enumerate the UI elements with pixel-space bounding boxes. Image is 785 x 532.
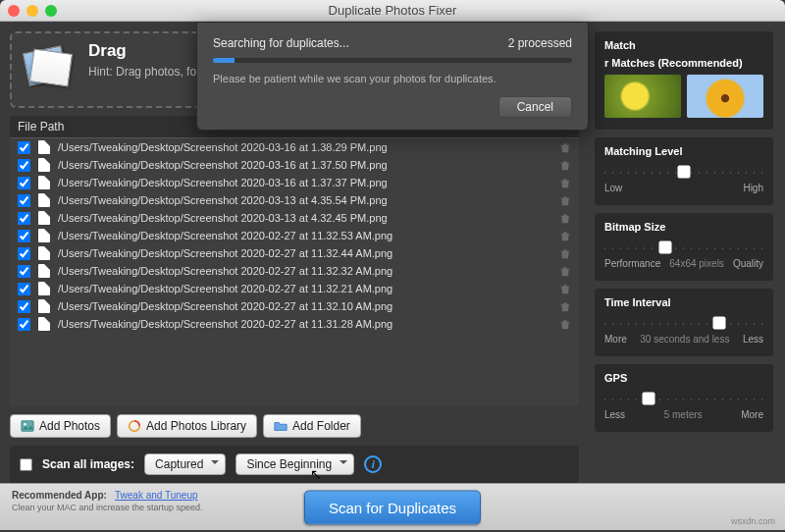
svg-rect-0 — [22, 421, 33, 432]
file-row[interactable]: /Users/Tweaking/Desktop/Screenshot 2020-… — [10, 156, 579, 174]
file-row[interactable]: /Users/Tweaking/Desktop/Screenshot 2020-… — [10, 138, 579, 156]
scan-filter-row: Scan all images: Captured Since Beginnin… — [10, 446, 579, 483]
file-row[interactable]: /Users/Tweaking/Desktop/Screenshot 2020-… — [10, 174, 579, 191]
trash-icon[interactable] — [559, 282, 571, 295]
time-slider[interactable] — [604, 316, 763, 330]
file-row[interactable]: /Users/Tweaking/Desktop/Screenshot 2020-… — [10, 315, 579, 333]
bm-mid: 64x64 pixels — [669, 258, 724, 269]
bitmap-section: Bitmap Size Performance64x64 pixelsQuali… — [595, 213, 773, 281]
file-checkbox[interactable] — [18, 212, 30, 225]
scan-all-label: Scan all images: — [42, 457, 134, 471]
bitmap-title: Bitmap Size — [604, 221, 763, 233]
matching-level-title: Matching Level — [604, 145, 763, 157]
file-icon — [38, 317, 50, 331]
file-icon — [38, 140, 50, 154]
gps-more: More — [741, 409, 763, 420]
ml-low: Low — [604, 183, 622, 193]
since-select[interactable]: Since Beginning — [236, 453, 354, 475]
gps-less: Less — [604, 409, 625, 420]
progress-message: Please be patient while we scan your pho… — [213, 73, 572, 84]
trash-icon[interactable] — [559, 158, 571, 172]
file-checkbox[interactable] — [18, 265, 30, 278]
file-icon — [38, 246, 50, 260]
info-icon[interactable]: i — [364, 455, 382, 473]
window-titlebar: Duplicate Photos Fixer — [0, 0, 785, 22]
gps-title: GPS — [604, 372, 763, 384]
file-list-body[interactable]: /Users/Tweaking/Desktop/Screenshot 2020-… — [10, 138, 579, 406]
file-icon — [38, 229, 50, 242]
bitmap-slider[interactable] — [604, 240, 763, 254]
add-library-button[interactable]: Add Photos Library — [117, 414, 257, 438]
photo-stack-icon — [24, 41, 75, 92]
captured-select[interactable]: Captured — [144, 453, 226, 475]
watermark: wsxdn.com — [731, 516, 775, 526]
cancel-button[interactable]: Cancel — [498, 96, 572, 118]
file-row[interactable]: /Users/Tweaking/Desktop/Screenshot 2020-… — [10, 262, 579, 280]
file-checkbox[interactable] — [18, 230, 30, 242]
file-checkbox[interactable] — [18, 177, 30, 189]
scan-all-checkbox[interactable] — [20, 458, 32, 471]
sample-thumb-1 — [604, 75, 681, 118]
file-row[interactable]: /Users/Tweaking/Desktop/Screenshot 2020-… — [10, 297, 579, 315]
ml-high: High — [743, 183, 763, 193]
sample-thumb-2 — [687, 75, 763, 118]
file-icon — [38, 264, 50, 278]
add-photos-button[interactable]: Add Photos — [10, 414, 111, 438]
file-icon — [38, 299, 50, 313]
file-checkbox[interactable] — [18, 318, 30, 331]
gps-section: GPS Less5 metersMore — [595, 364, 773, 432]
scan-duplicates-button[interactable]: Scan for Duplicates — [304, 490, 481, 524]
file-icon — [38, 193, 50, 207]
trash-icon[interactable] — [559, 299, 571, 313]
file-checkbox[interactable] — [18, 159, 30, 172]
file-path: /Users/Tweaking/Desktop/Screenshot 2020-… — [58, 177, 551, 188]
matching-level-section: Matching Level LowHigh — [595, 137, 773, 205]
trash-icon[interactable] — [559, 193, 571, 207]
trash-icon[interactable] — [559, 317, 571, 331]
gps-mid: 5 meters — [664, 409, 703, 420]
ti-more: More — [604, 334, 627, 345]
trash-icon[interactable] — [559, 140, 571, 154]
trash-icon[interactable] — [559, 211, 571, 225]
trash-icon[interactable] — [559, 246, 571, 260]
file-row[interactable]: /Users/Tweaking/Desktop/Screenshot 2020-… — [10, 244, 579, 262]
file-row[interactable]: /Users/Tweaking/Desktop/Screenshot 2020-… — [10, 280, 579, 297]
ti-less: Less — [743, 334, 763, 345]
add-folder-label: Add Folder — [292, 419, 350, 433]
match-title: Match — [604, 39, 763, 51]
matching-level-slider[interactable] — [604, 165, 763, 179]
file-path: /Users/Tweaking/Desktop/Screenshot 2020-… — [58, 247, 551, 259]
rec-link[interactable]: Tweak and Tuneup — [115, 490, 198, 501]
rec-label: Recommended App: — [12, 490, 107, 501]
trash-icon[interactable] — [559, 229, 571, 242]
add-folder-button[interactable]: Add Folder — [263, 414, 361, 438]
file-icon — [38, 282, 50, 295]
file-icon — [38, 176, 50, 189]
gps-slider[interactable] — [604, 392, 763, 405]
progress-status: Searching for duplicates... — [213, 36, 349, 50]
file-row[interactable]: /Users/Tweaking/Desktop/Screenshot 2020-… — [10, 191, 579, 209]
file-path: /Users/Tweaking/Desktop/Screenshot 2020-… — [58, 159, 551, 171]
file-path: /Users/Tweaking/Desktop/Screenshot 2020-… — [58, 318, 551, 330]
window-title: Duplicate Photos Fixer — [0, 3, 785, 18]
file-row[interactable]: /Users/Tweaking/Desktop/Screenshot 2020-… — [10, 209, 579, 227]
file-checkbox[interactable] — [18, 141, 30, 154]
trash-icon[interactable] — [559, 264, 571, 278]
file-icon — [38, 211, 50, 225]
time-section: Time Interval More30 seconds and lessLes… — [595, 289, 773, 356]
progress-sheet: Searching for duplicates... 2 processed … — [196, 22, 589, 131]
file-checkbox[interactable] — [18, 247, 30, 260]
file-row[interactable]: /Users/Tweaking/Desktop/Screenshot 2020-… — [10, 227, 579, 244]
file-path: /Users/Tweaking/Desktop/Screenshot 2020-… — [58, 141, 551, 153]
progress-count: 2 processed — [508, 36, 572, 50]
svg-point-1 — [24, 423, 26, 426]
progress-bar — [213, 58, 572, 63]
file-path: /Users/Tweaking/Desktop/Screenshot 2020-… — [58, 230, 551, 241]
file-checkbox[interactable] — [18, 300, 30, 313]
file-checkbox[interactable] — [18, 194, 30, 207]
file-path: /Users/Tweaking/Desktop/Screenshot 2020-… — [58, 283, 551, 294]
trash-icon[interactable] — [559, 176, 571, 189]
bm-perf: Performance — [604, 258, 660, 269]
add-photos-label: Add Photos — [39, 419, 100, 433]
file-checkbox[interactable] — [18, 283, 30, 295]
